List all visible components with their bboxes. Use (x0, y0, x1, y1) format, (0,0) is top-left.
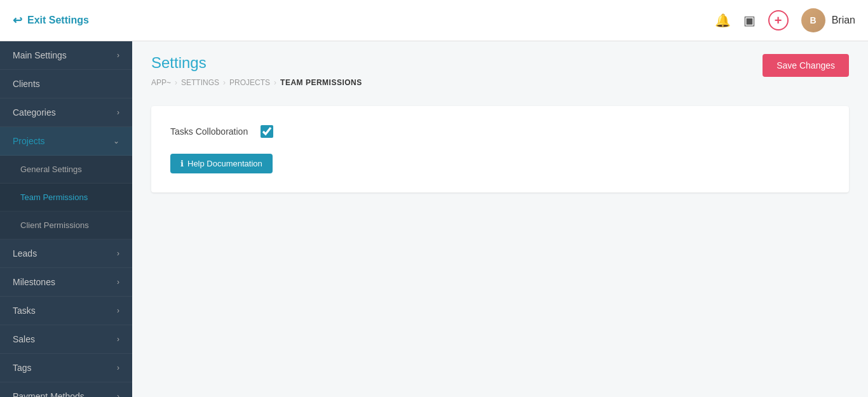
bell-icon: 🔔 (715, 13, 731, 28)
sidebar-item-client-permissions[interactable]: Client Permissions (0, 212, 132, 239)
chevron-icon-payment-methods: › (117, 392, 119, 397)
breadcrumb-settings: SETTINGS (181, 78, 219, 87)
breadcrumb-projects: PROJECTS (229, 78, 270, 87)
sidebar-label-tasks: Tasks (13, 306, 36, 316)
topbar: ↩ Exit Settings 🔔 ▣ + B Brian (0, 0, 868, 41)
sidebar-item-main-settings[interactable]: Main Settings › (0, 41, 132, 70)
topbar-left: ↩ Exit Settings (13, 13, 89, 27)
tasks-collaboration-label: Tasks Colloboration (170, 126, 248, 137)
username-label: Brian (832, 15, 855, 26)
breadcrumb-current: TEAM PERMISSIONS (280, 78, 362, 87)
breadcrumb-sep-2: › (223, 78, 226, 87)
breadcrumb: APP~ › SETTINGS › PROJECTS › TEAM PERMIS… (151, 78, 849, 87)
chevron-icon-tags: › (117, 363, 119, 372)
exit-settings-button[interactable]: ↩ Exit Settings (13, 13, 89, 27)
sidebar-label-projects: Projects (13, 136, 45, 146)
sidebar-item-projects[interactable]: Projects ⌄ (0, 127, 132, 156)
help-btn-label: Help Documentation (187, 159, 262, 168)
sidebar: Main Settings › Clients Categories › Pro… (0, 41, 132, 397)
exit-settings-label: Exit Settings (27, 15, 89, 26)
sidebar-label-categories: Categories (13, 107, 56, 118)
sidebar-label-main-settings: Main Settings (13, 50, 67, 60)
topbar-right: 🔔 ▣ + B Brian (715, 8, 855, 32)
avatar: B (801, 8, 825, 32)
chevron-icon-sales: › (117, 335, 119, 344)
sidebar-item-team-permissions[interactable]: Team Permissions (0, 184, 132, 212)
main-layout: Main Settings › Clients Categories › Pro… (0, 41, 868, 397)
chevron-icon-leads: › (117, 249, 119, 258)
add-button[interactable]: + (768, 10, 789, 30)
breadcrumb-sep-3: › (274, 78, 276, 87)
sidebar-item-tags[interactable]: Tags › (0, 354, 132, 382)
notifications-button[interactable]: 🔔 (715, 13, 731, 28)
breadcrumb-sep-1: › (175, 78, 177, 87)
page-title: Settings (151, 54, 849, 72)
sidebar-item-milestones[interactable]: Milestones › (0, 268, 132, 297)
book-button[interactable]: ▣ (743, 13, 756, 28)
chevron-icon-projects: ⌄ (113, 137, 119, 145)
plus-icon: + (775, 13, 782, 28)
sidebar-label-clients: Clients (13, 79, 40, 89)
sidebar-label-team-permissions: Team Permissions (20, 192, 88, 202)
user-area[interactable]: B Brian (801, 8, 855, 32)
sidebar-label-payment-methods: Payment Methods (13, 391, 85, 397)
sidebar-item-payment-methods[interactable]: Payment Methods › (0, 382, 132, 397)
chevron-icon-categories: › (117, 108, 119, 117)
breadcrumb-app: APP~ (151, 78, 171, 87)
book-icon: ▣ (743, 13, 756, 28)
sidebar-item-general-settings[interactable]: General Settings (0, 156, 132, 184)
sidebar-item-tasks[interactable]: Tasks › (0, 297, 132, 325)
tasks-collaboration-checkbox[interactable] (261, 125, 273, 138)
sidebar-label-general-settings: General Settings (20, 165, 82, 174)
chevron-icon-main-settings: › (117, 51, 119, 60)
sidebar-label-tags: Tags (13, 363, 32, 373)
sidebar-label-client-permissions: Client Permissions (20, 220, 89, 230)
sidebar-label-sales: Sales (13, 334, 35, 344)
sidebar-label-leads: Leads (13, 248, 37, 259)
sidebar-item-clients[interactable]: Clients (0, 70, 132, 98)
sidebar-item-sales[interactable]: Sales › (0, 325, 132, 354)
tasks-collaboration-row: Tasks Colloboration (170, 125, 830, 138)
settings-card: Tasks Colloboration ℹ Help Documentation (151, 106, 849, 192)
sidebar-item-categories[interactable]: Categories › (0, 98, 132, 127)
sidebar-item-leads[interactable]: Leads › (0, 239, 132, 268)
help-documentation-button[interactable]: ℹ Help Documentation (170, 154, 273, 173)
content-area: Save Changes Settings APP~ › SETTINGS › … (132, 41, 868, 397)
exit-icon: ↩ (13, 13, 22, 27)
sidebar-label-milestones: Milestones (13, 277, 55, 287)
save-changes-button[interactable]: Save Changes (763, 54, 849, 77)
chevron-icon-tasks: › (117, 306, 119, 315)
chevron-icon-milestones: › (117, 278, 119, 286)
info-icon: ℹ (180, 159, 184, 168)
